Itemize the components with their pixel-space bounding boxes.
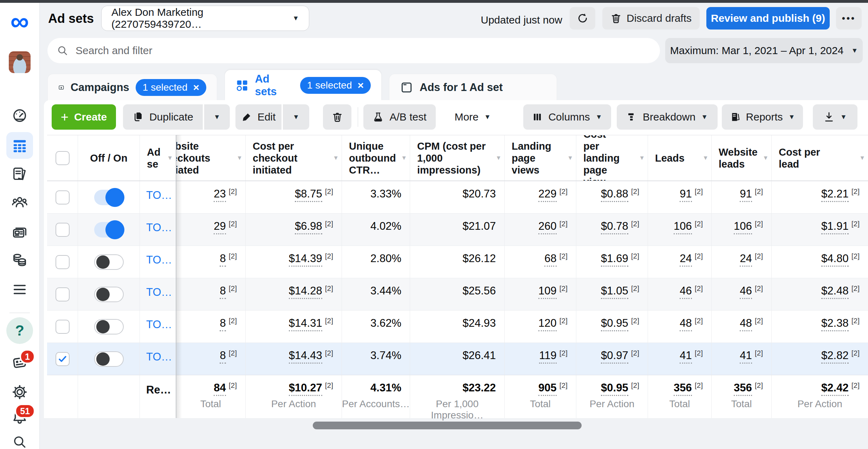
create-button[interactable]: + Create: [52, 104, 116, 130]
header-cpm[interactable]: CPM (cost per 1,000 impressions)▼: [410, 135, 504, 181]
sidebar-item-settings[interactable]: [12, 384, 28, 400]
more-options-button[interactable]: •••: [836, 7, 862, 30]
row-checkbox[interactable]: [56, 190, 70, 204]
header-website-checkouts-initiated[interactable]: Website checkouts initiated▼: [176, 135, 245, 181]
ad-set-toggle[interactable]: [94, 190, 124, 205]
export-button[interactable]: ▼: [813, 104, 857, 130]
reporting-cards-icon: [12, 224, 28, 240]
horizontal-scrollbar-thumb[interactable]: [313, 422, 582, 429]
total-sub-label: Per Accounts…: [342, 398, 410, 410]
totals-select-spacer: [47, 375, 78, 418]
sort-caret-icon[interactable]: ▼: [567, 152, 573, 164]
breakdown-button[interactable]: Breakdown ▼: [617, 104, 718, 130]
sidebar-item-search[interactable]: [12, 434, 27, 449]
sort-caret-icon[interactable]: ▼: [495, 152, 501, 164]
tab-campaigns[interactable]: Campaigns 1 selected ×: [47, 74, 217, 100]
tab-ads[interactable]: Ads for 1 Ad set: [389, 74, 557, 100]
cell-cpm: $25.56: [410, 278, 504, 310]
date-range-selector[interactable]: Maximum: Mar 1, 2021 – Apr 1, 2024 ▼: [665, 38, 863, 63]
account-selector[interactable]: Alex Don Marketing (2270759439720… ▼: [101, 6, 309, 31]
discard-drafts-button[interactable]: Discard drafts: [602, 7, 700, 30]
header-unique-outbound-ctr[interactable]: Unique outbound CTR…▼: [342, 135, 410, 181]
sort-caret-icon[interactable]: ▼: [702, 152, 708, 164]
edit-dropdown-button[interactable]: ▼: [283, 104, 309, 130]
search-input[interactable]: [76, 45, 651, 57]
close-icon[interactable]: ×: [357, 80, 364, 91]
sidebar-item-pages[interactable]: [12, 166, 28, 182]
row-checkbox[interactable]: [56, 352, 70, 366]
sort-caret-icon[interactable]: ▼: [333, 152, 339, 164]
ad-set-name-link[interactable]: TO…: [140, 214, 176, 234]
header-landing-page-views[interactable]: Landing page views▼: [504, 135, 576, 181]
ab-test-button[interactable]: A/B test: [363, 104, 436, 130]
sidebar-item-ads-manager-news[interactable]: 1: [11, 354, 28, 371]
header-cost-per-lead[interactable]: Cost per lead▼: [771, 135, 868, 181]
value: 8: [220, 317, 226, 331]
close-icon[interactable]: ×: [193, 82, 199, 93]
footnote-marker: [2]: [851, 381, 860, 389]
totals-cpm: $23.22Per 1,000 Impressio…: [410, 375, 504, 418]
sidebar-item-all-tools[interactable]: [12, 282, 28, 297]
ad-sets-selected-pill[interactable]: 1 selected ×: [300, 77, 371, 94]
sort-caret-icon[interactable]: ▼: [763, 152, 769, 164]
ad-set-name-link[interactable]: TO…: [140, 181, 176, 202]
ad-set-name-link[interactable]: TO…: [140, 278, 176, 299]
delete-button[interactable]: [323, 104, 351, 130]
header-website-leads[interactable]: Website leads▼: [711, 135, 771, 181]
sidebar-item-billing[interactable]: [11, 252, 28, 268]
columns-button[interactable]: Columns ▼: [523, 104, 611, 130]
review-publish-button[interactable]: Review and publish (9): [706, 7, 830, 30]
sort-caret-icon[interactable]: ▼: [401, 152, 407, 164]
notifications-badge: 51: [15, 404, 35, 418]
help-button[interactable]: ?: [6, 317, 33, 344]
cell-cpm: $26.41: [410, 343, 504, 375]
ad-set-toggle[interactable]: [94, 319, 124, 334]
footnote-marker: [2]: [851, 187, 860, 195]
ad-set-toggle[interactable]: [94, 287, 124, 302]
ad-set-name-link[interactable]: TO…: [140, 311, 176, 331]
footnote-marker: [2]: [695, 284, 703, 292]
ad-set-toggle[interactable]: [94, 351, 124, 367]
ad-set-toggle[interactable]: [94, 254, 124, 270]
refresh-button[interactable]: [570, 7, 595, 30]
cell-select: [47, 246, 78, 278]
sort-caret-icon[interactable]: ▼: [167, 152, 173, 164]
sort-caret-icon[interactable]: ▼: [237, 152, 242, 164]
tab-ad-sets[interactable]: Ad sets 1 selected ×: [225, 70, 381, 100]
row-checkbox[interactable]: [56, 287, 70, 301]
sidebar-item-campaigns-active[interactable]: [6, 132, 33, 159]
totals-cost-per-checkout-initiated: $10.27[2]Per Action: [245, 375, 342, 418]
ad-sets-selected-count: 1 selected: [307, 80, 352, 91]
sidebar-item-audiences[interactable]: [11, 194, 28, 210]
duplicate-button[interactable]: Duplicate: [123, 104, 203, 130]
row-checkbox[interactable]: [56, 223, 70, 237]
header-off-on[interactable]: Off / On: [78, 135, 140, 181]
meta-logo-icon[interactable]: ∞: [11, 9, 29, 34]
header-cost-per-checkout-initiated[interactable]: Cost per checkout initiated▼: [245, 135, 342, 181]
sort-caret-icon[interactable]: ▼: [639, 152, 645, 164]
header-ad-set-name[interactable]: Ad se▼: [140, 135, 176, 181]
columns-icon: [532, 112, 543, 122]
duplicate-dropdown-button[interactable]: ▼: [204, 104, 230, 130]
row-checkbox[interactable]: [56, 320, 70, 334]
header-leads[interactable]: Leads▼: [648, 135, 711, 181]
reports-button[interactable]: Reports ▼: [722, 104, 803, 130]
search-bar[interactable]: [47, 38, 660, 63]
sidebar-item-ads-reporting[interactable]: [12, 224, 28, 240]
chevron-down-icon: ▼: [789, 113, 795, 121]
sort-caret-icon[interactable]: ▼: [859, 152, 865, 164]
row-checkbox[interactable]: [56, 255, 70, 269]
ad-set-name-link[interactable]: TO…: [140, 343, 176, 363]
sidebar-item-notifications[interactable]: 51: [11, 409, 28, 425]
cell-unique-outbound-ctr: 4.02%: [342, 214, 410, 246]
ad-set-toggle[interactable]: [94, 222, 124, 237]
sidebar-item-overview[interactable]: [12, 108, 28, 124]
edit-button[interactable]: Edit: [235, 104, 281, 130]
ad-set-name-link[interactable]: TO…: [140, 246, 176, 266]
campaigns-selected-pill[interactable]: 1 selected ×: [136, 79, 206, 96]
header-cost-per-landing-page-view[interactable]: Cost per landing page view▼: [576, 135, 648, 181]
more-menu-button[interactable]: More ▼: [451, 104, 494, 130]
avatar[interactable]: [9, 51, 31, 73]
row-checkbox[interactable]: [56, 151, 70, 165]
totals-toggle-spacer: [78, 375, 140, 418]
